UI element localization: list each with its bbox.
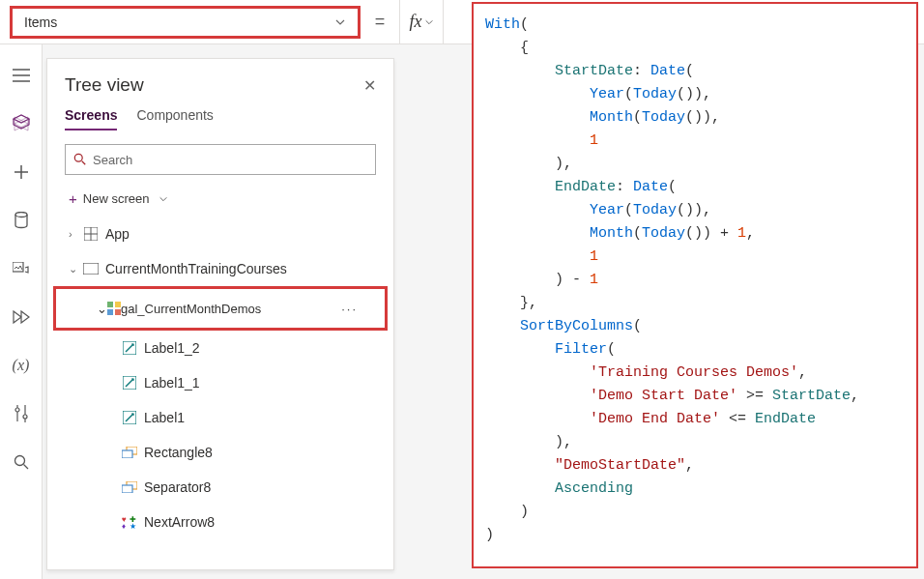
fx-label: fx [410, 12, 422, 32]
svg-point-0 [15, 213, 27, 217]
insert-icon[interactable] [10, 160, 33, 184]
property-label: Items [24, 14, 57, 30]
tree-item-label: Rectangle8 [144, 445, 213, 460]
chevron-down-icon [334, 16, 346, 28]
new-screen-label: New screen [83, 191, 150, 206]
rectangle-icon [121, 481, 138, 493]
tree-item-label: NextArrow8 [144, 514, 215, 530]
tree-item-app[interactable]: › App [47, 217, 393, 251]
hamburger-icon[interactable] [10, 64, 33, 87]
screen-icon [82, 263, 100, 275]
tree-item-gallery-highlighted: ⌄ gal_CurrentMonthDemos ··· [53, 286, 388, 331]
tree-item-label: Label1_2 [144, 340, 200, 356]
property-dropdown[interactable]: Items [10, 6, 361, 39]
plus-icon: + [69, 190, 77, 207]
svg-point-4 [14, 456, 24, 466]
svg-point-5 [74, 154, 82, 161]
svg-text:♦: ♦ [122, 522, 126, 529]
icon-control-icon: ♥✚♦★ [121, 515, 138, 529]
gallery-icon [107, 302, 121, 315]
tree-item-label-control[interactable]: Label1_2 [47, 331, 393, 365]
svg-rect-7 [83, 263, 99, 275]
formula-editor[interactable]: With( { StartDate: Date( Year(Today()), … [472, 2, 918, 568]
svg-rect-10 [107, 309, 113, 315]
chevron-down-icon [424, 17, 434, 27]
tree-item-nextarrow[interactable]: ♥✚♦★ NextArrow8 [47, 505, 393, 539]
left-rail: (x) [0, 44, 43, 579]
tree-item-separator[interactable]: Separator8 [47, 470, 393, 505]
chevron-down-icon [159, 194, 168, 204]
equals-sign: = [361, 12, 399, 32]
tree-title: Tree view [65, 74, 144, 96]
label-icon [121, 341, 138, 355]
power-automate-icon[interactable] [10, 305, 33, 329]
svg-rect-18 [122, 485, 132, 493]
search-icon [73, 153, 87, 166]
search-placeholder: Search [93, 153, 132, 167]
tree-item-label-control[interactable]: Label1_1 [47, 365, 393, 400]
tree-item-label: App [105, 226, 130, 242]
tree-item-label: CurrentMonthTrainingCourses [105, 261, 287, 276]
search-input[interactable]: Search [65, 144, 376, 175]
svg-point-2 [15, 408, 19, 412]
close-icon[interactable]: ✕ [363, 76, 376, 95]
tree-view-icon[interactable] [10, 112, 33, 135]
app-icon [82, 227, 100, 241]
tree-view-panel: Tree view ✕ Screens Components Search + … [46, 58, 394, 570]
chevron-right-icon: › [69, 228, 82, 240]
tree-item-label: Label1 [144, 410, 185, 425]
tree-item-screen[interactable]: ⌄ CurrentMonthTrainingCourses [47, 251, 393, 286]
tree-item-label: Separator8 [144, 479, 211, 495]
variables-icon[interactable]: (x) [10, 354, 33, 377]
tree-item-label: Label1_1 [144, 375, 200, 391]
svg-rect-16 [122, 450, 132, 458]
more-icon[interactable]: ··· [341, 302, 385, 316]
svg-rect-8 [107, 302, 113, 307]
svg-rect-1 [13, 262, 23, 272]
svg-point-3 [23, 415, 27, 419]
tree-item-label: gal_CurrentMonthDemos [121, 302, 261, 316]
chevron-down-icon: ⌄ [97, 302, 107, 316]
rectangle-icon [121, 447, 138, 458]
label-icon [121, 411, 138, 424]
label-icon [121, 376, 138, 390]
search-icon[interactable] [10, 450, 33, 474]
tree-item-label-control[interactable]: Label1 [47, 400, 393, 435]
tree-item-rectangle[interactable]: Rectangle8 [47, 435, 393, 470]
tab-components[interactable]: Components [136, 107, 213, 130]
media-icon[interactable] [10, 257, 33, 280]
advanced-tools-icon[interactable] [10, 402, 33, 425]
svg-text:★: ★ [130, 522, 136, 529]
chevron-down-icon: ⌄ [69, 263, 82, 275]
tab-screens[interactable]: Screens [65, 107, 117, 130]
tree-item-gallery[interactable]: ⌄ gal_CurrentMonthDemos [56, 289, 341, 328]
fx-button[interactable]: fx [399, 0, 444, 43]
new-screen-button[interactable]: + New screen [47, 185, 393, 217]
data-icon[interactable] [10, 209, 33, 232]
